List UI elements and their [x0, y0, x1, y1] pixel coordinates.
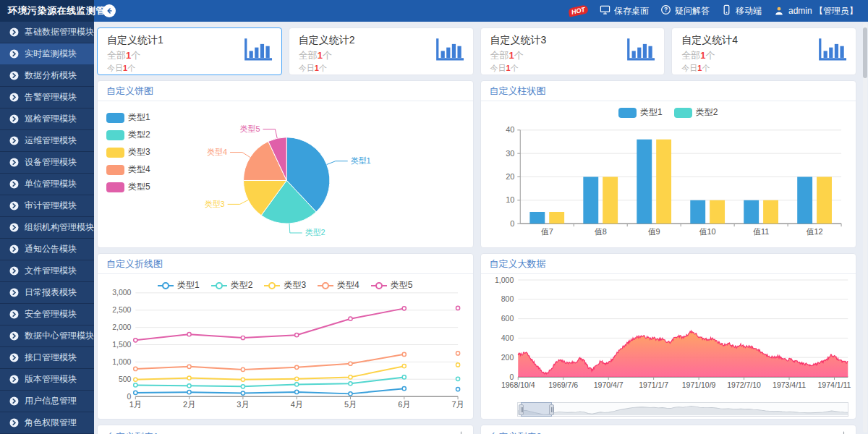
sidebar-item-label: 文件管理模块	[25, 265, 77, 277]
stat-card-2[interactable]: 自定义统计2全部1个今日1个	[289, 27, 474, 75]
nav-action-label: 保存桌面	[614, 5, 649, 17]
sidebar-item-7[interactable]: 设备管理模块	[0, 152, 94, 174]
svg-text:1973/4/11: 1973/4/11	[773, 380, 806, 389]
card-bar-chart: 自定义柱状图 类型1类型2 010203040值7值8值9值10值11值12	[480, 80, 857, 248]
pie-chart: 类型1类型2类型3类型4类型5 类型1类型2类型3类型4类型5	[98, 101, 473, 247]
chevron-circle-icon	[9, 266, 19, 276]
legend-label: 类型1	[640, 106, 663, 119]
card-line-chart: 自定义折线图 类型1类型2类型3类型4类型5 05001,0001,5002,0…	[97, 253, 474, 420]
download-icon[interactable]	[456, 430, 466, 434]
legend-item-类型1[interactable]: 类型1	[618, 106, 663, 119]
legend-item-类型1[interactable]: 类型1	[106, 111, 150, 124]
chevron-circle-icon	[9, 418, 19, 427]
svg-text:600: 600	[501, 314, 514, 323]
sidebar-item-10[interactable]: 组织机构管理模块	[0, 217, 94, 239]
svg-text:0: 0	[510, 219, 514, 228]
bar-card-header: 自定义柱状图	[481, 81, 856, 101]
sidebar-item-17[interactable]: 版本管理模块	[0, 369, 94, 391]
chevron-circle-icon	[9, 331, 19, 341]
legend-item-类型2[interactable]: 类型2	[674, 106, 718, 119]
stat-card-1[interactable]: 自定义统计1全部1个今日1个	[97, 27, 282, 75]
card-custom-list-1[interactable]: 自定义列表1	[97, 425, 474, 434]
legend-item-类型2[interactable]: 类型2	[106, 129, 150, 141]
download-icon[interactable]	[839, 430, 848, 434]
user-menu[interactable]: admin 【管理员】	[773, 5, 858, 17]
sidebar-item-label: 角色权限管理	[25, 417, 77, 429]
svg-text:400: 400	[501, 333, 514, 342]
stat-card-4[interactable]: 自定义统计4全部1个今日1个	[671, 27, 856, 75]
sidebar-item-label: 告警管理模块	[25, 91, 77, 103]
sidebar-item-13[interactable]: 日常报表模块	[0, 282, 94, 304]
brand: 环境污染源在线监测管	[0, 0, 94, 22]
bar-card-title: 自定义柱状图	[490, 85, 546, 98]
sidebar-item-5[interactable]: 巡检管理模块	[0, 109, 94, 130]
svg-text:200: 200	[501, 353, 514, 362]
sidebar-item-12[interactable]: 文件管理模块	[0, 260, 94, 282]
svg-text:500: 500	[119, 375, 132, 383]
sidebar-item-label: 巡检管理模块	[25, 113, 77, 125]
line-chart-canvas: 05001,0001,5002,0002,5003,0001月2月3月4月5月6…	[98, 274, 473, 419]
nav-action-mobile[interactable]: 移动端	[721, 4, 762, 17]
legend-item-类型2[interactable]: 类型2	[211, 279, 253, 292]
nav-action-label: 疑问解答	[675, 5, 710, 17]
svg-text:值9: 值9	[647, 227, 660, 236]
sidebar-item-1[interactable]: 基础数据管理模块	[0, 22, 94, 43]
datazoom-slider[interactable]	[517, 402, 849, 417]
stat-card-3[interactable]: 自定义统计3全部1个今日1个	[480, 27, 665, 75]
sidebar-item-label: 基础数据管理模块	[25, 26, 94, 38]
legend-item-类型3[interactable]: 类型3	[106, 146, 150, 158]
datazoom-window[interactable]	[521, 402, 552, 417]
sidebar-item-8[interactable]: 单位管理模块	[0, 174, 94, 195]
sidebar-item-label: 数据分析模块	[25, 69, 77, 82]
legend-item-类型5[interactable]: 类型5	[106, 181, 150, 193]
nav-action-label: 移动端	[736, 5, 762, 17]
legend-item-类型5[interactable]: 类型5	[371, 279, 413, 292]
sidebar-item-9[interactable]: 审计管理模块	[0, 195, 94, 217]
back-button[interactable]	[103, 4, 116, 17]
scrollbar-thumb[interactable]	[863, 27, 867, 78]
sidebar-item-19[interactable]: 角色权限管理	[0, 412, 94, 434]
stat-card-row: 自定义统计1全部1个今日1个自定义统计2全部1个今日1个自定义统计3全部1个今日…	[97, 27, 856, 75]
svg-text:类型2: 类型2	[305, 228, 326, 237]
chevron-circle-icon	[9, 93, 19, 102]
sidebar-item-2[interactable]: 实时监测模块	[0, 43, 94, 65]
svg-text:1,000: 1,000	[112, 358, 131, 366]
bar-chart: 类型1类型2 010203040值7值8值9值10值11值12	[481, 101, 856, 247]
legend-label: 类型5	[128, 181, 150, 193]
card-custom-list-2[interactable]: 自定义列表2	[480, 425, 857, 434]
svg-text:1,000: 1,000	[494, 276, 513, 284]
legend-item-类型4[interactable]: 类型4	[106, 163, 150, 176]
sidebar-item-label: 用户信息管理	[25, 395, 77, 407]
legend-item-类型4[interactable]: 类型4	[318, 279, 359, 292]
svg-text:3月: 3月	[237, 400, 249, 409]
legend-label: 类型2	[231, 279, 253, 292]
legend-item-类型3[interactable]: 类型3	[264, 279, 306, 292]
sidebar-item-label: 接口管理模块	[25, 352, 77, 364]
svg-text:7月: 7月	[452, 400, 464, 409]
pie-card-title: 自定义饼图	[106, 85, 153, 98]
legend-label: 类型2	[696, 106, 718, 119]
chevron-circle-icon	[9, 71, 19, 80]
datazoom-right-handle[interactable]	[549, 404, 554, 415]
sidebar-item-18[interactable]: 用户信息管理	[0, 391, 94, 412]
datazoom-left-handle[interactable]	[519, 404, 524, 415]
nav-action-save-desktop[interactable]: 保存桌面	[600, 4, 649, 17]
sidebar-item-15[interactable]: 数据中心管理模块	[0, 326, 94, 347]
sidebar-item-4[interactable]: 告警管理模块	[0, 87, 94, 109]
svg-text:1971/1/7: 1971/1/7	[639, 380, 668, 389]
sidebar-item-6[interactable]: 运维管理模块	[0, 130, 94, 152]
nav-action-qa[interactable]: ?疑问解答	[660, 4, 710, 17]
sidebar-item-11[interactable]: 通知公告模块	[0, 239, 94, 260]
scrollbar[interactable]	[863, 23, 867, 433]
stat-today: 今日1个	[681, 63, 847, 74]
sidebar-item-3[interactable]: 数据分析模块	[0, 65, 94, 87]
question-icon: ?	[660, 4, 671, 17]
sidebar-item-label: 安全管理模块	[25, 308, 77, 320]
svg-text:类型4: 类型4	[207, 148, 227, 156]
sidebar-item-14[interactable]: 安全管理模块	[0, 304, 94, 326]
svg-text:值8: 值8	[594, 227, 606, 236]
legend-item-类型1[interactable]: 类型1	[158, 279, 200, 292]
sidebar-item-16[interactable]: 接口管理模块	[0, 347, 94, 369]
svg-text:4月: 4月	[291, 400, 303, 409]
svg-text:40: 40	[506, 125, 514, 134]
